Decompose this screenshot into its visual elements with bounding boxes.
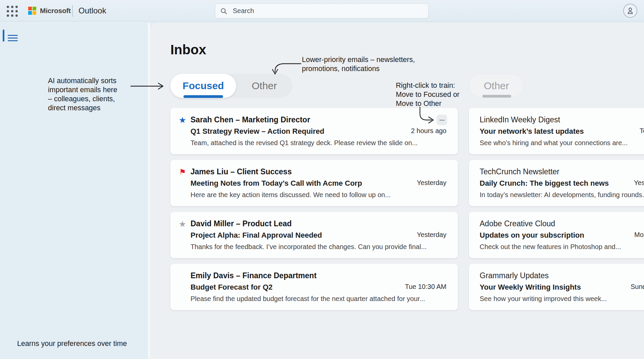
account-button[interactable] <box>623 4 637 18</box>
annotation-focused-note: AI automatically sorts important emails … <box>48 76 117 113</box>
email-time: Yesterday <box>417 179 446 187</box>
person-icon <box>626 6 635 15</box>
microsoft-wordmark: Microsoft <box>40 7 71 15</box>
email-sender: David Miller – Product Lead <box>191 219 292 229</box>
microsoft-logo[interactable]: Microsoft <box>28 4 71 17</box>
email-subject: Updates on your subscription <box>480 230 584 240</box>
email-preview: In today’s newsletter: AI developments, … <box>480 190 644 199</box>
email-preview: Here are the key action items discussed.… <box>191 190 391 199</box>
tab-other-label: Other <box>252 80 277 91</box>
email-time: Tue 10:30 AM <box>405 283 446 291</box>
flag-icon[interactable]: ⚑ <box>177 167 187 177</box>
annotation-train-note: Right-click to train: Move to Focused or… <box>396 81 460 108</box>
icon-spacer <box>177 271 187 281</box>
email-card[interactable]: Adobe Creative Cloud Updates on your sub… <box>469 212 644 258</box>
more-options-button[interactable]: ••• <box>437 115 447 125</box>
email-time: Sunday <box>631 283 644 291</box>
email-sender: James Liu – Client Success <box>191 167 292 177</box>
hamburger-icon <box>8 38 18 39</box>
email-subject: Project Alpha: Final Approval Needed <box>191 230 322 240</box>
star-icon[interactable]: ★ <box>177 219 187 229</box>
email-card[interactable]: TechCrunch Newsletter Daily Crunch: The … <box>469 160 644 206</box>
email-sender: Adobe Creative Cloud <box>480 219 555 229</box>
email-preview: Team, attached is the revised Q1 strateg… <box>191 138 418 147</box>
email-sender: Sarah Chen – Marketing Director <box>191 115 310 125</box>
email-time: Today <box>640 127 644 135</box>
email-card[interactable]: Grammarly Updates Your Weekly Writing In… <box>469 264 644 310</box>
menu-button[interactable] <box>7 30 18 41</box>
email-subject: Meeting Notes from Today’s Call with Acm… <box>191 178 362 188</box>
email-sender: TechCrunch Newsletter <box>480 167 559 177</box>
microsoft-logo-icon <box>28 7 36 15</box>
email-preview: See who’s hiring and what your connectio… <box>480 138 628 147</box>
email-subject: Budget Forecast for Q2 <box>191 282 272 292</box>
tab-other[interactable]: Other <box>236 74 292 98</box>
top-app-bar: Microsoft Outlook <box>0 0 644 21</box>
email-time: Yesterday <box>417 231 446 239</box>
panel-divider <box>148 23 150 359</box>
email-card[interactable]: ★ David Miller – Product Lead Project Al… <box>170 212 458 258</box>
star-icon[interactable]: ★ <box>177 115 187 125</box>
search-input[interactable] <box>233 7 424 15</box>
email-sender: Emily Davis – Finance Department <box>191 271 317 281</box>
waffle-icon <box>7 6 18 17</box>
email-time: 2 hours ago <box>411 127 446 135</box>
other-column-tab[interactable]: Other <box>469 74 524 98</box>
email-card[interactable]: LinkedIn Weekly Digest Your network’s la… <box>469 108 644 154</box>
tab-group: Focused Other <box>170 74 292 98</box>
annotation-learning-note: Learns your preferences over time <box>17 339 127 348</box>
email-preview: See how your writing improved this week.… <box>480 294 607 303</box>
annotation-other-note: Lower-priority emails – newsletters, pro… <box>302 55 415 73</box>
sidebar-accent-bar <box>3 29 4 42</box>
email-sender: Grammarly Updates <box>480 271 549 281</box>
search-icon[interactable] <box>220 7 227 15</box>
topbar-divider <box>72 5 73 17</box>
email-time: Yesterday <box>634 179 644 187</box>
email-subject: Your Weekly Writing Insights <box>480 282 581 292</box>
email-card[interactable]: Emily Davis – Finance Department Budget … <box>170 264 458 310</box>
other-column-tab-label: Other <box>484 80 509 91</box>
email-subject: Your network’s latest updates <box>480 126 584 136</box>
email-time: Monday <box>634 231 644 239</box>
email-preview: Please find the updated budget forecast … <box>191 294 425 303</box>
other-tab-underline <box>482 95 511 98</box>
email-card[interactable]: ⚑ James Liu – Client Success Meeting Not… <box>170 160 458 206</box>
email-subject: Q1 Strategy Review – Action Required <box>191 126 324 136</box>
app-launcher-button[interactable] <box>6 5 18 17</box>
search-box[interactable] <box>215 3 429 18</box>
email-subject: Daily Crunch: The biggest tech news <box>480 178 609 188</box>
app-name: Outlook <box>78 6 106 15</box>
tab-focused-label: Focused <box>182 80 224 91</box>
tab-focused[interactable]: Focused <box>170 74 236 98</box>
email-preview: Thanks for the feedback. I’ve incorporat… <box>191 242 427 251</box>
email-sender: LinkedIn Weekly Digest <box>480 115 560 125</box>
page-title: Inbox <box>170 42 206 57</box>
focused-tab-underline <box>183 95 223 98</box>
email-card[interactable]: ★ Sarah Chen – Marketing Director Q1 Str… <box>170 108 458 154</box>
email-preview: Check out the new features in Photoshop … <box>480 242 621 251</box>
